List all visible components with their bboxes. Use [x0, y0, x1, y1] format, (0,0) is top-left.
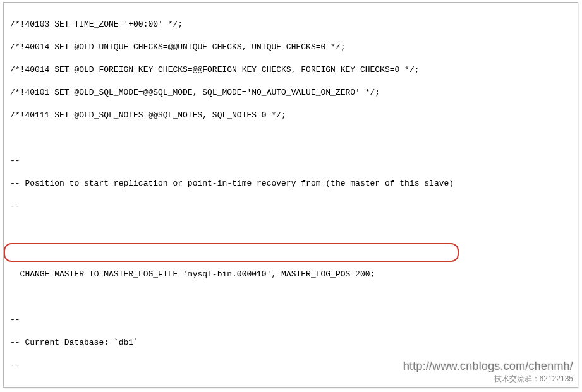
code-line: /*!40103 SET TIME_ZONE='+00:00' */;: [10, 19, 571, 30]
code-line: -- Current Database: `db1`: [10, 337, 571, 348]
code-line: -- Position to start replication or poin…: [10, 178, 571, 189]
blank-line: [10, 133, 571, 144]
code-line: --: [10, 360, 571, 371]
blank-line: [10, 383, 571, 388]
code-line: /*!40101 SET @OLD_SQL_MODE=@@SQL_MODE, S…: [10, 87, 571, 98]
highlighted-line-wrap: CHANGE MASTER TO MASTER_LOG_FILE='mysql-…: [6, 246, 571, 280]
code-line: /*!40014 SET @OLD_UNIQUE_CHECKS=@@UNIQUE…: [10, 42, 571, 53]
blank-line: [10, 292, 571, 303]
code-line: --: [10, 155, 571, 167]
code-line: /*!40111 SET @OLD_SQL_NOTES=@@SQL_NOTES,…: [10, 110, 571, 121]
blank-line: [10, 223, 571, 235]
red-rounded-highlight: [4, 243, 459, 262]
code-line: --: [10, 314, 571, 326]
code-line: /*!40014 SET @OLD_FOREIGN_KEY_CHECKS=@@F…: [10, 64, 571, 76]
code-line: --: [10, 201, 571, 212]
code-line-change-master: CHANGE MASTER TO MASTER_LOG_FILE='mysql-…: [20, 270, 375, 279]
sql-dump-code: /*!40103 SET TIME_ZONE='+00:00' */; /*!4…: [4, 3, 578, 388]
code-frame: /*!40103 SET TIME_ZONE='+00:00' */; /*!4…: [3, 2, 578, 388]
